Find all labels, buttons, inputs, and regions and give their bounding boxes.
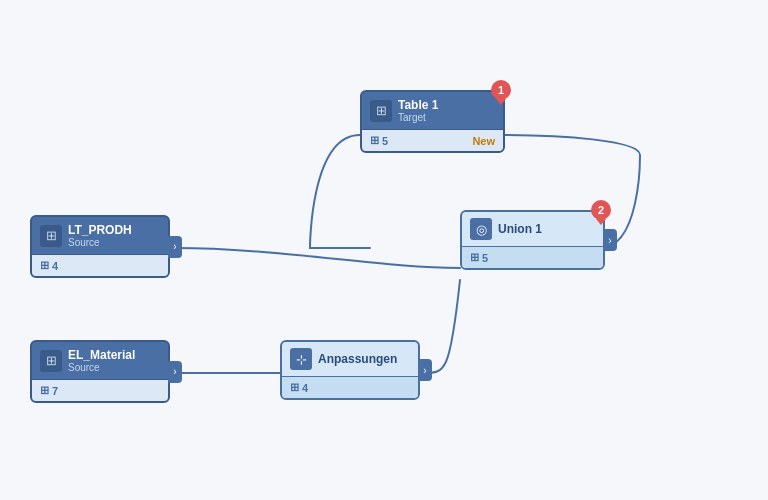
node-anpassungen-footer: ⊞ 4 <box>282 376 418 398</box>
node-el-material-footer: ⊞ 7 <box>32 379 168 401</box>
node-anpassungen-count: ⊞ 4 <box>290 381 308 394</box>
union-icon: ◎ <box>476 222 487 237</box>
node-lt-prodh-footer: ⊞ 4 <box>32 254 168 276</box>
node-table1-footer: ⊞ 5 New <box>362 129 503 151</box>
node-lt-prodh-info: LT_PRODH Source <box>68 223 132 248</box>
node-anpassungen-info: Anpassungen <box>318 352 397 366</box>
node-union1[interactable]: 2 ◎ Union 1 ⊞ 5 › <box>460 210 605 270</box>
node-table1-info: Table 1 Target <box>398 98 438 123</box>
lt-prodh-connector[interactable]: › <box>168 236 182 258</box>
pipeline-canvas: 1 ⊞ Table 1 Target ⊞ 5 New ⊞ LT_PRO <box>0 0 768 500</box>
node-union1-icon: ◎ <box>470 218 492 240</box>
node-el-material-icon: ⊞ <box>40 350 62 372</box>
node-el-material-count: ⊞ 7 <box>40 384 58 397</box>
badge-union1: 2 <box>591 200 611 220</box>
node-anpassungen-header: ⊹ Anpassungen <box>282 342 418 376</box>
node-table1-header: ⊞ Table 1 Target <box>362 92 503 129</box>
node-el-material-info: EL_Material Source <box>68 348 135 373</box>
grid-icon: ⊞ <box>376 103 387 118</box>
node-anpassungen[interactable]: ⊹ Anpassungen ⊞ 4 › <box>280 340 420 400</box>
node-lt-prodh-icon: ⊞ <box>40 225 62 247</box>
node-el-material[interactable]: ⊞ EL_Material Source ⊞ 7 › <box>30 340 170 403</box>
badge-table1: 1 <box>491 80 511 100</box>
node-table1[interactable]: 1 ⊞ Table 1 Target ⊞ 5 New <box>360 90 505 153</box>
node-el-material-header: ⊞ EL_Material Source <box>32 342 168 379</box>
node-table1-count: ⊞ 5 <box>370 134 388 147</box>
node-lt-prodh-count: ⊞ 4 <box>40 259 58 272</box>
el-material-connector[interactable]: › <box>168 361 182 383</box>
grid-icon-small: ⊞ <box>290 381 299 394</box>
node-union1-header: ◎ Union 1 <box>462 212 603 246</box>
grid-icon: ⊞ <box>46 353 57 368</box>
new-badge: New <box>472 135 495 147</box>
grid-icon-small: ⊞ <box>470 251 479 264</box>
grid-icon: ⊞ <box>46 228 57 243</box>
node-union1-footer: ⊞ 5 <box>462 246 603 268</box>
node-union1-info: Union 1 <box>498 222 542 236</box>
node-lt-prodh-header: ⊞ LT_PRODH Source <box>32 217 168 254</box>
anpassungen-connector[interactable]: › <box>418 359 432 381</box>
union1-connector[interactable]: › <box>603 229 617 251</box>
adjust-icon: ⊹ <box>296 352 307 367</box>
node-lt-prodh[interactable]: ⊞ LT_PRODH Source ⊞ 4 › <box>30 215 170 278</box>
grid-icon-small: ⊞ <box>40 384 49 397</box>
grid-icon-small: ⊞ <box>40 259 49 272</box>
node-table1-icon: ⊞ <box>370 100 392 122</box>
grid-icon-small: ⊞ <box>370 134 379 147</box>
node-union1-count: ⊞ 5 <box>470 251 488 264</box>
node-anpassungen-icon: ⊹ <box>290 348 312 370</box>
